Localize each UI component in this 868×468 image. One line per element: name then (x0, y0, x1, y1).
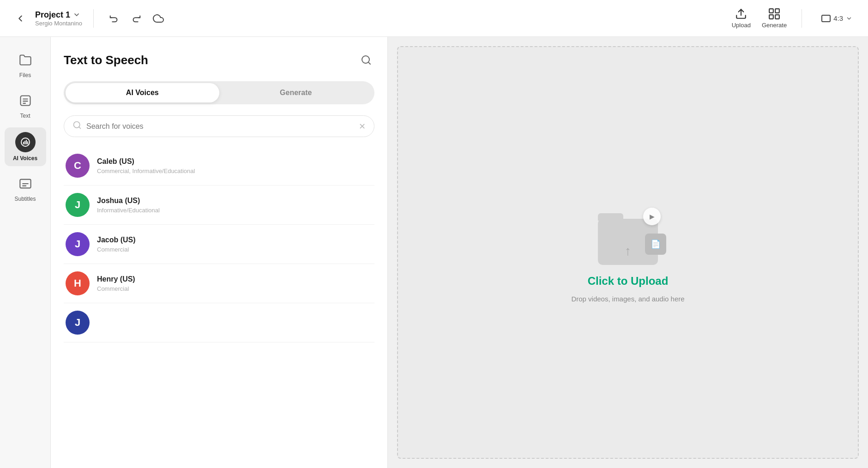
topbar: Project 1 Sergio Montanino Upload Genera… (0, 0, 868, 37)
sidebar-item-text[interactable]: Text (5, 87, 46, 124)
avatar-jacob: J (66, 232, 90, 256)
folder-illustration: ↑ ▶ 📄 (593, 205, 663, 265)
sidebar: Files Text AI Voices Subtitles (0, 37, 51, 468)
voice-info-joshua: Joshua (US) Informative/Educational (97, 197, 160, 214)
voice-tags-henry: Commercial (97, 285, 135, 292)
voice-item-jacob[interactable]: J Jacob (US) Commercial (64, 225, 374, 264)
sidebar-item-subtitles[interactable]: Subtitles (5, 170, 46, 207)
voice-name-joshua: Joshua (US) (97, 197, 160, 205)
ratio-icon (821, 15, 831, 22)
voice-name-caleb: Caleb (US) (97, 157, 195, 166)
voice-name-henry: Henry (US) (97, 275, 135, 283)
voice-list: C Caleb (US) Commercial, Informative/Edu… (64, 146, 374, 342)
doc-badge-icon: 📄 (645, 234, 666, 255)
voice-info-jacob: Jacob (US) Commercial (97, 236, 136, 253)
topbar-actions (105, 9, 168, 28)
main-layout: Files Text AI Voices Subtitles Text to S… (0, 37, 868, 468)
folder-tab (598, 213, 623, 221)
clear-search-icon[interactable]: ✕ (359, 121, 366, 132)
tab-toggle: AI Voices Generate (64, 81, 374, 104)
topbar-left: Project 1 Sergio Montanino (11, 9, 82, 28)
sidebar-files-label: Files (19, 72, 31, 78)
project-name: Project 1 (35, 10, 82, 20)
upload-label: Upload (732, 22, 751, 29)
back-button[interactable] (11, 9, 30, 28)
search-icon (72, 120, 82, 132)
ai-voices-icon (15, 132, 36, 152)
voice-item-joshua[interactable]: J Joshua (US) Informative/Educational (64, 186, 374, 225)
undo-button[interactable] (105, 9, 123, 28)
ratio-chevron-icon (846, 15, 852, 22)
search-input[interactable] (86, 122, 354, 131)
avatar-joshua: J (66, 193, 90, 217)
avatar-henry: H (66, 271, 90, 295)
svg-rect-4 (775, 15, 779, 19)
tts-panel: Text to Speech AI Voices Generate ✕ C Ca… (51, 37, 388, 468)
svg-line-19 (368, 62, 370, 64)
chevron-down-icon (73, 11, 80, 18)
sidebar-subtitles-label: Subtitles (14, 196, 36, 202)
search-bar: ✕ (64, 115, 374, 137)
svg-rect-3 (769, 15, 773, 19)
upload-cta[interactable]: Click to Upload (588, 275, 669, 288)
cloud-save-button[interactable] (149, 9, 168, 28)
canvas-area[interactable]: ↑ ▶ 📄 Click to Upload Drop videos, image… (397, 46, 859, 459)
svg-rect-6 (20, 96, 30, 106)
tab-generate[interactable]: Generate (219, 83, 373, 102)
voice-name-jacob: Jacob (US) (97, 236, 136, 244)
ratio-button[interactable]: 4:3 (817, 12, 857, 25)
upload-action[interactable]: Upload (732, 8, 751, 29)
voice-tags-joshua: Informative/Educational (97, 207, 160, 214)
voice-item-more[interactable]: J (64, 303, 374, 342)
sidebar-item-files[interactable]: Files (5, 46, 46, 83)
generate-action[interactable]: Generate (762, 8, 787, 29)
project-info: Project 1 Sergio Montanino (35, 10, 82, 27)
folder-icon (16, 51, 35, 69)
ratio-label: 4:3 (833, 14, 843, 22)
voice-tags-jacob: Commercial (97, 246, 136, 253)
voice-tags-caleb: Commercial, Informative/Educational (97, 168, 195, 174)
text-icon (16, 91, 35, 110)
divider (93, 9, 94, 28)
sidebar-ai-voices-label: AI Voices (13, 155, 37, 162)
sidebar-text-label: Text (20, 113, 30, 119)
voice-info-henry: Henry (US) Commercial (97, 275, 135, 292)
generate-icon (768, 8, 780, 20)
divider-2 (802, 9, 802, 28)
upload-sub: Drop videos, images, and audio here (571, 295, 684, 303)
avatar-more: J (66, 311, 90, 335)
panel-title: Text to Speech (64, 53, 148, 67)
voice-item-caleb[interactable]: C Caleb (US) Commercial, Informative/Edu… (64, 146, 374, 186)
play-badge-icon: ▶ (643, 208, 661, 225)
svg-rect-5 (822, 15, 830, 22)
sidebar-item-ai-voices[interactable]: AI Voices (5, 127, 46, 166)
upload-illustration: ↑ ▶ 📄 (591, 203, 665, 267)
svg-rect-1 (769, 9, 773, 13)
tab-ai-voices[interactable]: AI Voices (66, 83, 219, 102)
topbar-right: Upload Generate 4:3 (732, 8, 857, 29)
panel-header: Text to Speech (64, 52, 374, 68)
upload-arrow-icon: ↑ (625, 244, 631, 258)
upload-icon (735, 8, 747, 20)
panel-search-button[interactable] (358, 52, 374, 68)
subtitles-icon (16, 174, 35, 193)
generate-label: Generate (762, 22, 787, 29)
svg-line-21 (79, 127, 81, 129)
voice-info-caleb: Caleb (US) Commercial, Informative/Educa… (97, 157, 195, 174)
project-owner: Sergio Montanino (35, 20, 82, 27)
voice-item-henry[interactable]: H Henry (US) Commercial (64, 264, 374, 303)
redo-button[interactable] (127, 9, 145, 28)
svg-rect-2 (775, 9, 779, 13)
avatar-caleb: C (66, 154, 90, 178)
